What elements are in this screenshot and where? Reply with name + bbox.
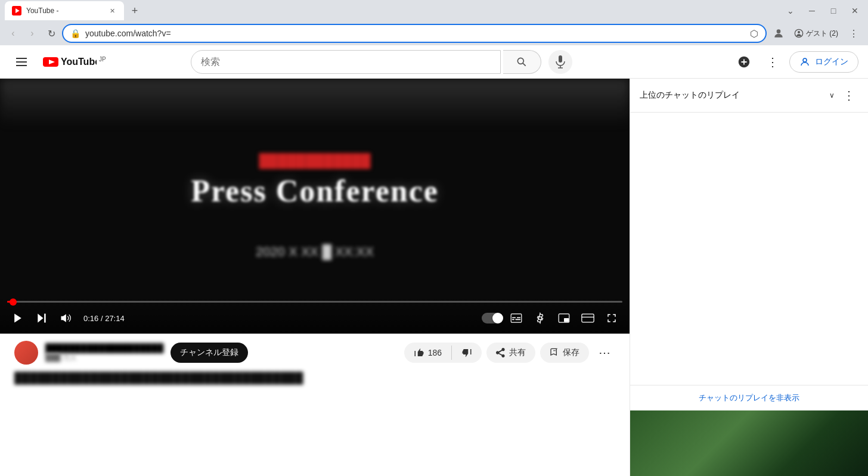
play-button[interactable] bbox=[7, 307, 29, 329]
channel-name: ████████████████████ bbox=[45, 343, 163, 353]
address-bar-row: ‹ › ↻ 🔒 ⬡ ゲスト (2) ⋮ bbox=[0, 21, 868, 45]
account-label: ゲスト (2) bbox=[806, 29, 838, 39]
video-content: ████████████ Press Conference 2020 X XX … bbox=[0, 79, 630, 334]
cast-icon[interactable]: ⬡ bbox=[750, 28, 758, 39]
channel-name-wrap: ████████████████████ ███ 万人 bbox=[45, 343, 163, 363]
theater-button[interactable] bbox=[577, 307, 599, 329]
next-button[interactable] bbox=[31, 307, 52, 329]
create-button[interactable] bbox=[732, 50, 756, 74]
settings-icon bbox=[534, 312, 546, 324]
channel-info: ████████████████████ ███ 万人 bbox=[14, 341, 163, 365]
account-button[interactable]: ゲスト (2) bbox=[789, 26, 843, 41]
svg-marker-17 bbox=[14, 314, 21, 323]
like-button[interactable]: 186 bbox=[404, 343, 451, 363]
tab-favicon-icon bbox=[12, 6, 21, 15]
back-button[interactable]: ‹ bbox=[5, 25, 21, 42]
video-overlay: ████████████ Press Conference 2020 X XX … bbox=[0, 79, 630, 334]
header-right-controls: ⋮ ログイン bbox=[732, 50, 858, 74]
channel-avatar[interactable] bbox=[14, 341, 38, 365]
login-label: ログイン bbox=[815, 57, 848, 67]
below-video: ████████████████████ ███ 万人 チャンネル登録 bbox=[0, 334, 630, 396]
video-date-text: 2020 X XX █ XX:XX bbox=[256, 244, 374, 260]
yt-logo-jp: JP bbox=[99, 56, 106, 63]
miniplayer-button[interactable] bbox=[553, 307, 575, 329]
video-title-text: Press Conference bbox=[191, 173, 439, 209]
chat-chevron-icon[interactable]: ∨ bbox=[829, 91, 835, 99]
share-button[interactable]: 共有 bbox=[486, 343, 535, 363]
browser-menu-button[interactable]: ⋮ bbox=[844, 24, 863, 43]
restore-button[interactable]: □ bbox=[825, 2, 842, 19]
subscribe-button[interactable]: チャンネル登録 bbox=[170, 343, 248, 363]
chat-more-button[interactable]: ⋮ bbox=[839, 86, 858, 105]
address-input[interactable] bbox=[85, 29, 745, 38]
browser-right-controls: ゲスト (2) ⋮ bbox=[769, 24, 863, 43]
svg-rect-22 bbox=[512, 317, 516, 318]
svg-rect-30 bbox=[582, 317, 594, 322]
progress-bar[interactable] bbox=[7, 301, 622, 303]
minimize-button[interactable]: ─ bbox=[804, 2, 820, 19]
search-bar[interactable] bbox=[191, 50, 501, 74]
forward-button[interactable]: › bbox=[24, 25, 41, 42]
yt-header: YouTube JP bbox=[0, 45, 868, 79]
more-actions-button[interactable]: ⋯ bbox=[594, 342, 615, 363]
save-button[interactable]: 保存 bbox=[540, 343, 589, 363]
thumbnail-preview[interactable] bbox=[630, 410, 868, 476]
volume-icon bbox=[60, 312, 72, 324]
svg-rect-19 bbox=[44, 314, 46, 323]
chat-header-title: 上位のチャットのリプレイ bbox=[640, 90, 824, 101]
search-input[interactable] bbox=[201, 57, 491, 67]
svg-rect-7 bbox=[16, 65, 27, 66]
next-icon bbox=[36, 312, 48, 324]
hamburger-menu-button[interactable] bbox=[10, 50, 33, 74]
menu-icon bbox=[16, 58, 27, 66]
svg-rect-29 bbox=[582, 314, 594, 322]
svg-point-2 bbox=[777, 29, 781, 33]
tab-close-button[interactable]: ✕ bbox=[107, 6, 117, 15]
reload-button[interactable]: ↻ bbox=[43, 25, 60, 42]
progress-dot bbox=[10, 298, 17, 306]
toggle-track[interactable] bbox=[482, 313, 503, 323]
video-player[interactable]: ████████████ Press Conference 2020 X XX … bbox=[0, 79, 630, 334]
fullscreen-button[interactable] bbox=[601, 307, 622, 329]
share-label: 共有 bbox=[509, 347, 526, 358]
youtube-logo[interactable]: YouTube JP bbox=[43, 56, 106, 68]
subtitles-button[interactable] bbox=[506, 307, 527, 329]
search-submit-button[interactable] bbox=[503, 50, 541, 74]
svg-marker-18 bbox=[38, 314, 43, 323]
profile-icon-button[interactable] bbox=[769, 24, 788, 43]
save-label: 保存 bbox=[563, 347, 579, 358]
microphone-icon bbox=[555, 55, 566, 69]
dislike-button[interactable] bbox=[452, 343, 482, 363]
svg-rect-24 bbox=[512, 319, 514, 321]
tab-bar: YouTube - ✕ + ⌄ ─ □ ✕ bbox=[0, 0, 868, 21]
youtube-app: YouTube JP bbox=[0, 45, 868, 476]
like-dislike-group: 186 bbox=[404, 343, 482, 363]
voice-search-button[interactable] bbox=[548, 50, 572, 74]
address-bar[interactable]: 🔒 ⬡ bbox=[62, 24, 767, 43]
new-tab-button[interactable]: + bbox=[126, 2, 143, 19]
close-window-button[interactable]: ✕ bbox=[847, 2, 863, 19]
svg-marker-20 bbox=[61, 314, 66, 322]
active-tab[interactable]: YouTube - ✕ bbox=[5, 1, 124, 20]
video-player-wrapper: ████████████ Press Conference 2020 X XX … bbox=[0, 79, 630, 334]
search-wrapper bbox=[191, 50, 572, 74]
notifications-button[interactable]: ⋮ bbox=[761, 50, 785, 74]
video-subtitle-red: ████████████ bbox=[259, 153, 370, 169]
youtube-logo-icon: YouTube bbox=[43, 56, 97, 68]
login-button[interactable]: ログイン bbox=[789, 51, 858, 73]
svg-point-4 bbox=[798, 31, 800, 33]
fullscreen-icon bbox=[606, 313, 617, 323]
settings-button[interactable] bbox=[529, 307, 551, 329]
share-icon bbox=[496, 348, 506, 357]
svg-rect-25 bbox=[515, 319, 520, 321]
hide-chat-button[interactable]: チャットのリプレイを非表示 bbox=[630, 385, 868, 410]
video-section: ████████████ Press Conference 2020 X XX … bbox=[0, 79, 630, 476]
tab-list-button[interactable]: ⌄ bbox=[782, 2, 799, 19]
autoplay-toggle[interactable] bbox=[482, 313, 503, 323]
tab-right-controls: ⌄ ─ □ ✕ bbox=[782, 2, 863, 19]
svg-rect-13 bbox=[559, 55, 562, 63]
miniplayer-icon bbox=[558, 313, 570, 323]
volume-button[interactable] bbox=[55, 307, 76, 329]
play-icon bbox=[12, 312, 24, 324]
chat-messages[interactable] bbox=[630, 113, 868, 385]
